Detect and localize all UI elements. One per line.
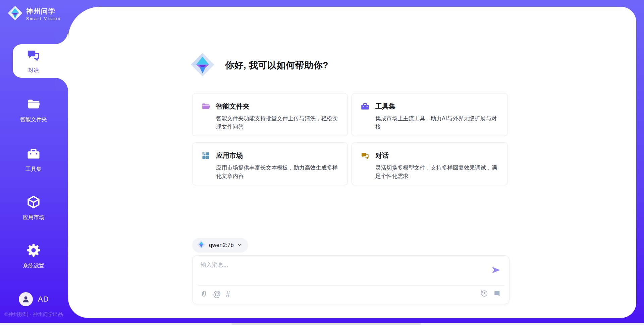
horizontal-scrollbar[interactable] bbox=[0, 323, 644, 325]
copyright-text: ©神州数码 · 神州问学出品 bbox=[4, 311, 63, 318]
brand-title: 神州问学 bbox=[26, 7, 61, 16]
card-app-market[interactable]: 应用市场 应用市场提供丰富长文本模板，助力高效生成多样化文章内容 bbox=[192, 142, 348, 185]
hashtag-icon: # bbox=[226, 290, 230, 298]
brand-logo-icon bbox=[7, 5, 23, 22]
card-description: 智能文件夹功能支持批量文件上传与清洗，轻松实现文件问答 bbox=[216, 114, 339, 131]
sidebar-item-chat[interactable]: 对话 bbox=[13, 44, 68, 78]
sidebar-item-app-market[interactable]: 应用市场 bbox=[0, 195, 67, 221]
card-description: 集成市场上主流工具，助力AI与外界无缝扩展与对接 bbox=[375, 114, 499, 131]
grid-icon bbox=[201, 151, 210, 161]
avatar bbox=[19, 292, 33, 306]
send-button[interactable] bbox=[491, 265, 501, 275]
greeting-title: 你好, 我可以如何帮助你? bbox=[225, 59, 328, 71]
sidebar-item-label: 系统设置 bbox=[23, 262, 44, 269]
folder-icon bbox=[26, 97, 41, 113]
model-name: qwen2:7b bbox=[209, 242, 234, 249]
sidebar-item-label: 智能文件夹 bbox=[20, 116, 47, 123]
history-icon bbox=[481, 290, 488, 298]
feature-cards: 智能文件夹 智能文件夹功能支持批量文件上传与清洗，轻松实现文件问答 工具集 集成… bbox=[192, 93, 508, 185]
main-panel: 你好, 我可以如何帮助你? 智能文件夹 智能文件夹功能支持批量文件上传与清洗，轻… bbox=[68, 7, 636, 318]
message-input[interactable] bbox=[201, 261, 482, 282]
sidebar-item-label: 应用市场 bbox=[23, 214, 44, 221]
card-smart-folder[interactable]: 智能文件夹 智能文件夹功能支持批量文件上传与清洗，轻松实现文件问答 bbox=[192, 93, 348, 136]
gear-icon bbox=[26, 243, 41, 259]
history-button[interactable] bbox=[481, 290, 488, 298]
scrollbar-thumb[interactable] bbox=[231, 323, 421, 325]
feedback-button[interactable] bbox=[493, 290, 501, 298]
chat-bubble-icon bbox=[493, 290, 501, 298]
composer-divider bbox=[198, 285, 504, 285]
card-title: 应用市场 bbox=[216, 151, 339, 160]
chevron-down-icon bbox=[237, 242, 242, 249]
sidebar-item-toolset[interactable]: 工具集 bbox=[0, 147, 67, 173]
sidebar-item-label: 工具集 bbox=[25, 166, 42, 173]
tab-fillet-bottom bbox=[55, 78, 68, 91]
chat-icon bbox=[361, 151, 370, 161]
user-name: AD bbox=[38, 295, 49, 304]
card-description: 灵活切换多模型文件，支持多样回复效果调试，满足个性化需求 bbox=[375, 164, 499, 180]
model-selector[interactable]: qwen2:7b bbox=[192, 238, 248, 253]
hashtag-button[interactable]: # bbox=[226, 290, 230, 298]
sidebar-item-settings[interactable]: 系统设置 bbox=[0, 243, 67, 269]
mention-button[interactable]: @ bbox=[213, 290, 221, 298]
app-logo-icon bbox=[190, 52, 215, 78]
card-chat[interactable]: 对话 灵活切换多模型文件，支持多样回复效果调试，满足个性化需求 bbox=[352, 142, 508, 185]
sidebar-item-smart-folder[interactable]: 智能文件夹 bbox=[0, 97, 67, 123]
toolbox-icon bbox=[26, 147, 41, 162]
folder-icon bbox=[201, 102, 210, 112]
card-title: 对话 bbox=[375, 151, 499, 160]
card-title: 智能文件夹 bbox=[216, 102, 339, 111]
sidebar: 神州问学 Smart Vision 对话 智能文件夹 bbox=[0, 0, 68, 325]
attach-file-button[interactable] bbox=[201, 290, 208, 299]
cube-icon bbox=[26, 195, 41, 210]
message-composer: @ # bbox=[192, 255, 509, 304]
chat-icon bbox=[26, 48, 41, 64]
sidebar-item-label: 对话 bbox=[28, 67, 39, 74]
card-title: 工具集 bbox=[375, 102, 499, 111]
tab-fillet-top bbox=[55, 31, 68, 44]
at-sign-icon: @ bbox=[213, 290, 221, 298]
toolbox-icon bbox=[361, 102, 370, 112]
card-description: 应用市场提供丰富长文本模板，助力高效生成多样化文章内容 bbox=[216, 164, 339, 180]
card-toolset[interactable]: 工具集 集成市场上主流工具，助力AI与外界无缝扩展与对接 bbox=[352, 93, 508, 136]
model-logo-icon bbox=[197, 240, 206, 250]
brand: 神州问学 Smart Vision bbox=[7, 5, 61, 22]
brand-subtitle: Smart Vision bbox=[26, 16, 61, 21]
user-profile[interactable]: AD bbox=[19, 292, 49, 306]
hero: 你好, 我可以如何帮助你? bbox=[190, 52, 328, 78]
paperclip-icon bbox=[201, 290, 208, 299]
